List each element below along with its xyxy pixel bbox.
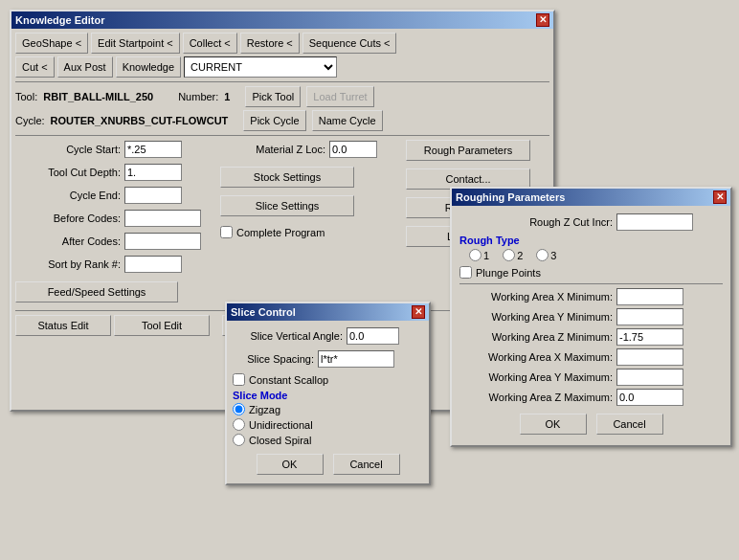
plunge-points-label: Plunge Points bbox=[476, 267, 541, 279]
cycle-end-input[interactable] bbox=[124, 187, 182, 204]
plunge-points-checkbox[interactable] bbox=[459, 266, 472, 279]
cycle-label: Cycle: bbox=[15, 115, 45, 126]
slice-vertical-angle-row: Slice Vertical Angle: bbox=[233, 326, 423, 346]
slice-control-close-btn[interactable]: ✕ bbox=[412, 305, 425, 319]
working-area-y-max-label: Working Area Y Maximum: bbox=[459, 371, 613, 383]
zigzag-radio[interactable] bbox=[233, 403, 245, 415]
collect-btn[interactable]: Collect < bbox=[183, 33, 237, 54]
sequence-cuts-btn[interactable]: Sequence Cuts < bbox=[302, 33, 397, 54]
form-col-middle: Material Z Loc: Stock Settings Slice Set… bbox=[220, 140, 402, 302]
constant-scallop-checkbox[interactable] bbox=[233, 373, 245, 386]
roughing-params-title: Roughing Parameters bbox=[456, 191, 565, 203]
tool-cut-depth-label: Tool Cut Depth: bbox=[15, 167, 121, 178]
rough-type-1-row: 1 bbox=[469, 249, 489, 261]
working-area-z-max-input[interactable] bbox=[616, 389, 683, 406]
sort-by-rank-label: Sort by Rank #: bbox=[15, 258, 121, 270]
working-area-x-max-input[interactable] bbox=[616, 348, 683, 366]
rough-z-cut-incr-input[interactable] bbox=[616, 213, 693, 231]
rough-type-1-radio[interactable] bbox=[469, 249, 481, 261]
slice-settings-btn[interactable]: Slice Settings bbox=[220, 195, 354, 216]
cycle-info-row: Cycle: ROUTER_XNURBS_CUT-FLOWCUT Pick Cy… bbox=[15, 110, 549, 131]
stock-settings-btn[interactable]: Stock Settings bbox=[220, 167, 354, 188]
material-z-loc-row: Material Z Loc: bbox=[220, 140, 402, 159]
knowledge-editor-title: Knowledge Editor bbox=[15, 14, 105, 26]
rough-type-3-radio[interactable] bbox=[536, 249, 549, 261]
working-area-x-max-row: Working Area X Maximum: bbox=[459, 348, 723, 366]
complete-program-row: Complete Program bbox=[220, 226, 402, 238]
status-edit-btn[interactable]: Status Edit bbox=[15, 315, 111, 336]
knowledge-editor-title-bar: Knowledge Editor ✕ bbox=[11, 11, 553, 29]
working-area-y-min-row: Working Area Y Minimum: bbox=[459, 308, 723, 325]
closed-spiral-radio[interactable] bbox=[233, 434, 245, 446]
roughing-cancel-btn[interactable]: Cancel bbox=[596, 414, 663, 435]
working-area-y-min-input[interactable] bbox=[616, 308, 683, 325]
unidirectional-radio[interactable] bbox=[233, 418, 245, 431]
complete-program-label: Complete Program bbox=[236, 227, 325, 238]
rough-type-2-row: 2 bbox=[503, 249, 523, 261]
feed-speed-settings-btn[interactable]: Feed/Speed Settings bbox=[15, 281, 178, 302]
after-codes-label: After Codes: bbox=[15, 235, 121, 247]
slice-vertical-angle-label: Slice Vertical Angle: bbox=[233, 330, 343, 342]
before-codes-row: Before Codes: bbox=[15, 209, 216, 228]
rough-type-2-radio[interactable] bbox=[503, 249, 515, 261]
number-value: 1 bbox=[224, 91, 230, 102]
slice-mode-label: Slice Mode bbox=[233, 390, 423, 401]
tool-edit-btn[interactable]: Tool Edit bbox=[114, 315, 210, 336]
complete-program-checkbox[interactable] bbox=[220, 226, 233, 238]
after-codes-input[interactable] bbox=[124, 233, 201, 250]
unidirectional-row: Unidirectional bbox=[233, 418, 423, 431]
slice-control-title-bar: Slice Control ✕ bbox=[227, 303, 429, 321]
tool-value: RBIT_BALL-MILL_250 bbox=[43, 91, 153, 102]
rough-parameters-btn[interactable]: Rough Parameters bbox=[406, 140, 530, 161]
roughing-params-dialog: Roughing Parameters ✕ Rough Z Cut Incr: … bbox=[450, 187, 732, 447]
knowledge-btn[interactable]: Knowledge bbox=[116, 56, 181, 78]
constant-scallop-row: Constant Scallop bbox=[233, 373, 423, 386]
before-codes-input[interactable] bbox=[124, 210, 201, 227]
tool-label: Tool: bbox=[15, 91, 37, 102]
rough-type-label: Rough Type bbox=[459, 235, 520, 246]
name-cycle-btn[interactable]: Name Cycle bbox=[312, 110, 383, 131]
cycle-start-input[interactable] bbox=[124, 141, 182, 158]
working-area-y-max-row: Working Area Y Maximum: bbox=[459, 369, 723, 386]
working-area-y-max-input[interactable] bbox=[616, 369, 683, 386]
cycle-end-label: Cycle End: bbox=[15, 190, 121, 201]
slice-cancel-btn[interactable]: Cancel bbox=[333, 454, 400, 475]
slice-ok-btn[interactable]: OK bbox=[257, 454, 324, 475]
working-area-z-max-label: Working Area Z Maximum: bbox=[459, 392, 613, 403]
working-area-x-min-row: Working Area X Minimum: bbox=[459, 288, 723, 305]
rough-z-cut-incr-row: Rough Z Cut Incr: bbox=[459, 213, 723, 231]
roughing-params-close-btn[interactable]: ✕ bbox=[713, 190, 727, 204]
sort-by-rank-input[interactable] bbox=[124, 256, 182, 273]
pick-tool-btn[interactable]: Pick Tool bbox=[245, 86, 301, 107]
aux-post-btn[interactable]: Aux Post bbox=[57, 56, 113, 78]
tool-cut-depth-row: Tool Cut Depth: bbox=[15, 163, 216, 182]
material-z-loc-input[interactable] bbox=[329, 141, 377, 158]
material-z-loc-label: Material Z Loc: bbox=[220, 144, 325, 155]
restore-btn[interactable]: Restore < bbox=[240, 33, 300, 54]
cycle-value: ROUTER_XNURBS_CUT-FLOWCUT bbox=[51, 115, 229, 126]
pick-cycle-btn[interactable]: Pick Cycle bbox=[243, 110, 305, 131]
roughing-ok-btn[interactable]: OK bbox=[520, 414, 587, 435]
slice-spacing-input[interactable] bbox=[318, 350, 394, 368]
slice-vertical-angle-input[interactable] bbox=[347, 327, 399, 345]
tool-cut-depth-input[interactable] bbox=[124, 164, 182, 181]
cut-btn[interactable]: Cut < bbox=[15, 56, 55, 78]
rough-type-3-row: 3 bbox=[536, 249, 556, 261]
constant-scallop-label: Constant Scallop bbox=[249, 374, 328, 386]
knowledge-editor-close-btn[interactable]: ✕ bbox=[536, 13, 549, 27]
working-area-z-min-input[interactable] bbox=[616, 328, 683, 346]
closed-spiral-label: Closed Spiral bbox=[249, 435, 311, 446]
knowledge-dropdown[interactable]: CURRENT bbox=[184, 56, 337, 78]
slice-control-bottom-btns: OK Cancel bbox=[233, 454, 423, 475]
closed-spiral-row: Closed Spiral bbox=[233, 434, 423, 446]
working-area-x-max-label: Working Area X Maximum: bbox=[459, 351, 613, 363]
geoshape-btn[interactable]: GeoShape < bbox=[15, 33, 88, 54]
working-area-x-min-input[interactable] bbox=[616, 288, 683, 305]
rough-type-1-label: 1 bbox=[483, 250, 489, 261]
rough-type-radio-group: 1 2 3 bbox=[469, 249, 723, 261]
rough-type-3-label: 3 bbox=[550, 250, 556, 261]
edit-startpoint-btn[interactable]: Edit Startpoint < bbox=[91, 33, 180, 54]
load-turret-btn[interactable]: Load Turret bbox=[306, 86, 373, 107]
zigzag-label: Zigzag bbox=[249, 404, 280, 415]
slice-control-title: Slice Control bbox=[231, 306, 296, 318]
